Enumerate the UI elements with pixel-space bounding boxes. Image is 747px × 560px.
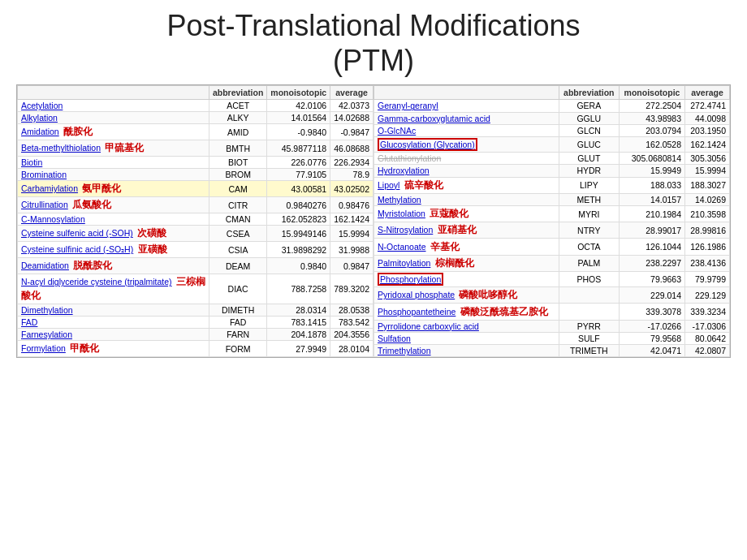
right-row-name-9: S-Nitrosylation 亚硝基化 xyxy=(374,222,559,239)
ptm-link-right-3[interactable]: Glucosylation (Glycation) xyxy=(380,140,475,149)
col-header-name-left xyxy=(18,86,209,100)
right-mono-2: 203.0794 xyxy=(620,124,685,136)
ptm-link-right-7[interactable]: Methylation xyxy=(378,195,421,205)
right-avg-7: 14.0269 xyxy=(685,193,730,205)
right-abbr-8: MYRI xyxy=(559,205,619,222)
right-abbr-17: TRIMETH xyxy=(559,345,619,357)
ptm-link-right-6[interactable]: Lipoyl xyxy=(378,180,399,190)
left-avg-11: 0.9847 xyxy=(330,258,374,274)
left-mono-13: 28.0314 xyxy=(267,304,330,317)
left-abbr-16: FORM xyxy=(209,341,266,357)
left-mono-11: 0.9840 xyxy=(267,258,330,274)
left-mono-3: 45.9877118 xyxy=(267,140,330,157)
ptm-link-left-4[interactable]: Biotin xyxy=(21,157,42,167)
ptm-link-left-11[interactable]: Deamidation xyxy=(21,261,69,270)
right-row-name-10: N-Octanoate 辛基化 xyxy=(374,239,559,255)
ptm-link-left-7[interactable]: Citrullination xyxy=(21,200,68,209)
right-row-name-7: Methylation xyxy=(374,193,559,205)
right-row-name-1: Gamma-carboxyglutamic acid xyxy=(374,112,559,124)
ptm-link-left-12[interactable]: N-acyl diglyceride cysteine (tripalmitat… xyxy=(21,277,172,286)
left-row-name-2: Amidation 酰胺化 xyxy=(18,124,209,140)
left-avg-16: 28.0104 xyxy=(330,341,374,357)
left-row-name-13: Dimethylation xyxy=(18,304,209,317)
ptm-link-left-6[interactable]: Carbamiylation xyxy=(21,183,78,193)
right-mono-13: 229.014 xyxy=(620,287,685,304)
right-abbr-13 xyxy=(559,287,619,304)
right-avg-4: 305.3056 xyxy=(685,153,730,165)
chinese-label-right-10: 辛基化 xyxy=(428,241,460,252)
highlight-box-12: Phosphorylation xyxy=(378,273,443,286)
ptm-link-left-10[interactable]: Cysteine sulfinic acid (-SO₂H) xyxy=(21,244,133,254)
left-row-name-0: Acetylation xyxy=(18,100,209,112)
right-row-name-6: Lipoyl 硫辛酸化 xyxy=(374,177,559,193)
ptm-link-right-15[interactable]: Pyrrolidone carboxylic acid xyxy=(378,321,479,331)
right-avg-2: 203.1950 xyxy=(685,124,730,136)
ptm-link-right-12[interactable]: Phosphorylation xyxy=(380,274,441,284)
ptm-link-right-10[interactable]: N-Octanoate xyxy=(378,242,426,252)
ptm-link-right-8[interactable]: Myristolation xyxy=(378,209,425,218)
left-abbr-15: FARN xyxy=(209,329,266,341)
col-header-name-right xyxy=(374,86,559,100)
ptm-link-right-1[interactable]: Gamma-carboxyglutamic acid xyxy=(378,114,490,123)
right-row-name-0: Geranyl-geranyl xyxy=(374,100,559,112)
right-avg-6: 188.3027 xyxy=(685,177,730,193)
col-header-mono-right: monoisotopic xyxy=(620,86,685,100)
ptm-link-right-14[interactable]: Phosphopantetheine xyxy=(378,307,456,317)
left-abbr-4: BIOT xyxy=(209,157,266,169)
ptm-link-right-2[interactable]: O-GlcNAc xyxy=(378,126,416,136)
col-header-avg-right: average xyxy=(685,86,730,100)
right-abbr-9: NTRY xyxy=(559,222,619,239)
right-row-name-3: Glucosylation (Glycation) xyxy=(374,136,559,152)
right-avg-15: -17.0306 xyxy=(685,320,730,332)
ptm-link-left-13[interactable]: Dimethylation xyxy=(21,305,73,315)
ptm-link-right-17[interactable]: Trimethylation xyxy=(378,346,431,355)
right-row-name-14: Phosphopantetheine 磷酸泛酰巯基乙胺化 xyxy=(374,304,559,320)
left-abbr-2: AMID xyxy=(209,124,266,140)
left-mono-4: 226.0776 xyxy=(267,157,330,169)
ptm-link-left-8[interactable]: C-Mannosylation xyxy=(21,214,85,224)
right-avg-12: 79.9799 xyxy=(685,271,730,286)
ptm-link-right-4[interactable]: Glutathionylation xyxy=(378,153,441,163)
col-header-abbr-right: abbreviation xyxy=(559,86,619,100)
chinese-label-right-13: 磷酸吡哆醇化 xyxy=(456,289,517,300)
ptm-link-left-1[interactable]: Alkylation xyxy=(21,113,58,123)
right-mono-12: 79.9663 xyxy=(620,271,685,286)
ptm-link-left-16[interactable]: Formylation xyxy=(21,343,66,353)
left-mono-9: 15.9949146 xyxy=(267,226,330,242)
left-abbr-7: CITR xyxy=(209,197,266,213)
ptm-link-right-5[interactable]: Hydroxylation xyxy=(378,166,430,175)
ptm-link-left-2[interactable]: Amidation xyxy=(21,127,59,136)
left-abbr-1: ALKY xyxy=(209,112,266,124)
right-row-name-2: O-GlcNAc xyxy=(374,124,559,136)
right-avg-14: 339.3234 xyxy=(685,304,730,320)
ptm-link-right-9[interactable]: S-Nitrosylation xyxy=(378,225,433,235)
right-mono-9: 28.99017 xyxy=(620,222,685,239)
right-avg-10: 126.1986 xyxy=(685,239,730,255)
right-row-name-15: Pyrrolidone carboxylic acid xyxy=(374,320,559,332)
ptm-link-left-0[interactable]: Acetylation xyxy=(21,101,63,110)
right-mono-0: 272.2504 xyxy=(620,100,685,112)
left-avg-6: 43.02502 xyxy=(330,181,374,197)
ptm-link-left-3[interactable]: Beta-methylthiolation xyxy=(21,143,101,153)
left-row-name-10: Cysteine sulfinic acid (-SO₂H) 亚磺酸 xyxy=(18,242,209,258)
right-abbr-5: HYDR xyxy=(559,165,619,177)
left-row-name-12: N-acyl diglyceride cysteine (tripalmitat… xyxy=(18,274,209,304)
ptm-link-right-13[interactable]: Pyridoxal phosphate xyxy=(378,290,455,299)
ptm-link-right-0[interactable]: Geranyl-geranyl xyxy=(378,101,438,110)
ptm-link-right-16[interactable]: Sulfation xyxy=(378,334,411,343)
left-mono-8: 162.052823 xyxy=(267,213,330,226)
left-mono-10: 31.9898292 xyxy=(267,242,330,258)
left-mono-1: 14.01564 xyxy=(267,112,330,124)
right-avg-5: 15.9994 xyxy=(685,165,730,177)
left-abbr-10: CSIA xyxy=(209,242,266,258)
right-mono-10: 126.1044 xyxy=(620,239,685,255)
ptm-link-left-9[interactable]: Cysteine sulfenic acid (-SOH) xyxy=(21,228,133,238)
left-avg-1: 14.02688 xyxy=(330,112,374,124)
chinese-label-left-16: 甲酰化 xyxy=(67,342,99,354)
ptm-link-left-14[interactable]: FAD xyxy=(21,317,37,327)
ptm-link-right-11[interactable]: Palmitoylation xyxy=(378,258,430,268)
ptm-link-left-5[interactable]: Bromination xyxy=(21,170,67,179)
chinese-label-right-14: 磷酸泛酰巯基乙胺化 xyxy=(457,306,547,317)
ptm-link-left-15[interactable]: Farnesylation xyxy=(21,330,72,339)
left-mono-5: 77.9105 xyxy=(267,169,330,181)
